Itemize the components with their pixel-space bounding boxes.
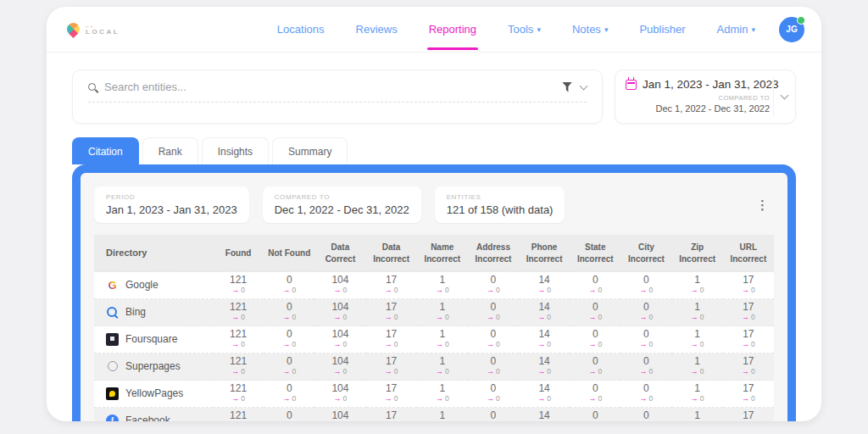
metric-value: 104 bbox=[316, 275, 364, 287]
table-row[interactable]: GGoogle121→00→0104→017→01→00→014→00→00→0… bbox=[94, 272, 774, 299]
trend-arrow-icon: → bbox=[640, 394, 648, 403]
filter-funnel-icon[interactable] bbox=[562, 82, 572, 92]
search-input[interactable] bbox=[104, 81, 554, 93]
tab-citation[interactable]: Citation bbox=[72, 137, 139, 164]
column-header-city-incorrect[interactable]: City Incorrect bbox=[620, 235, 671, 272]
trend-arrow-icon: → bbox=[231, 340, 239, 348]
yellowpages-icon bbox=[106, 387, 119, 400]
tab-rank[interactable]: Rank bbox=[142, 137, 198, 164]
delta-value: 0 bbox=[751, 286, 755, 294]
nav-item-admin[interactable]: Admin▾ bbox=[717, 23, 755, 36]
nav-item-label: Publisher bbox=[639, 23, 685, 36]
metric-cell: 104→0 bbox=[314, 299, 365, 326]
metric-value: 0 bbox=[622, 275, 670, 287]
trend-arrow-icon: → bbox=[385, 340, 392, 348]
metric-cell: 1→0 bbox=[672, 272, 723, 299]
column-header-zip-incorrect[interactable]: Zip Incorrect bbox=[672, 235, 723, 272]
trend-arrow-icon: → bbox=[691, 313, 698, 321]
table-row[interactable]: Superpages121→00→0104→017→01→00→014→00→0… bbox=[94, 353, 774, 381]
metric-value: 14 bbox=[520, 275, 568, 287]
delta-value: 0 bbox=[598, 394, 602, 403]
trend-arrow-icon: → bbox=[487, 286, 494, 294]
table-row[interactable]: Foursquare121→00→0104→017→01→00→014→00→0… bbox=[94, 326, 774, 353]
trend-arrow-icon: → bbox=[334, 394, 342, 403]
metric-value: 121 bbox=[214, 410, 262, 421]
metric-delta: →0 bbox=[725, 341, 772, 349]
metric-value: 1 bbox=[419, 356, 466, 368]
column-header-phone-incorrect[interactable]: Phone Incorrect bbox=[519, 235, 570, 272]
metric-value: 1 bbox=[419, 329, 466, 341]
trend-arrow-icon: → bbox=[436, 340, 443, 348]
table-row[interactable]: fFacebook121→00→0104→017→01→00→014→00→00… bbox=[94, 408, 774, 422]
column-header-data-incorrect[interactable]: Data Incorrect bbox=[366, 235, 417, 272]
metric-value: 0 bbox=[571, 410, 619, 421]
metric-delta: →0 bbox=[419, 314, 466, 322]
calendar-icon bbox=[626, 80, 637, 90]
column-header-not-found[interactable]: Not Found bbox=[264, 235, 314, 272]
metric-value: 1 bbox=[674, 302, 721, 314]
citation-table: DirectoryFoundNot FoundData CorrectData … bbox=[94, 235, 774, 421]
nav-item-reviews[interactable]: Reviews bbox=[356, 23, 398, 36]
column-header-data-correct[interactable]: Data Correct bbox=[314, 235, 365, 272]
metric-value: 17 bbox=[725, 356, 772, 368]
tab-summary[interactable]: Summary bbox=[272, 137, 348, 164]
column-header-name-incorrect[interactable]: Name Incorrect bbox=[417, 235, 468, 272]
delta-value: 0 bbox=[445, 313, 449, 321]
chevron-down-icon[interactable] bbox=[580, 81, 588, 90]
delta-value: 0 bbox=[241, 367, 245, 376]
column-header-url-incorrect[interactable]: URL Incorrect bbox=[723, 235, 774, 272]
metric-value: 17 bbox=[368, 410, 415, 421]
trend-arrow-icon: → bbox=[537, 313, 545, 321]
nav-item-reporting[interactable]: Reporting bbox=[429, 23, 476, 36]
metric-cell: 1→0 bbox=[417, 381, 468, 408]
metric-value: 14 bbox=[520, 302, 568, 314]
column-header-state-incorrect[interactable]: State Incorrect bbox=[570, 235, 620, 272]
citation-report-panel: PERIODJan 1, 2023 - Jan 31, 2023COMPARED… bbox=[72, 164, 796, 421]
metric-cell: 0→0 bbox=[264, 408, 314, 422]
nav-item-notes[interactable]: Notes▾ bbox=[572, 23, 609, 36]
trend-arrow-icon: → bbox=[742, 394, 749, 403]
metric-delta: →0 bbox=[674, 314, 721, 322]
nav-item-publisher[interactable]: Publisher bbox=[639, 23, 685, 36]
table-row[interactable]: Bing121→00→0104→017→01→00→014→00→00→01→0… bbox=[94, 299, 774, 326]
metric-value: 0 bbox=[622, 410, 670, 421]
metric-value: 0 bbox=[470, 275, 517, 287]
delta-value: 0 bbox=[700, 394, 704, 403]
directory-cell: YellowPages bbox=[94, 381, 213, 408]
date-range-primary: Jan 1, 2023 - Jan 31, 2023 bbox=[643, 78, 779, 91]
trend-arrow-icon: → bbox=[487, 367, 494, 376]
date-range-expander[interactable] bbox=[773, 77, 795, 116]
column-header-directory[interactable]: Directory bbox=[94, 235, 213, 272]
nav-item-tools[interactable]: Tools▾ bbox=[508, 23, 541, 36]
metric-delta: →0 bbox=[470, 287, 517, 295]
metric-delta: →0 bbox=[674, 287, 721, 295]
metric-cell: 17→0 bbox=[723, 381, 774, 408]
directory-name: Facebook bbox=[125, 415, 170, 421]
foursquare-icon bbox=[106, 333, 119, 346]
metric-delta: →0 bbox=[419, 395, 466, 403]
metric-delta: →0 bbox=[622, 395, 670, 403]
metric-value: 104 bbox=[316, 383, 364, 395]
column-header-found[interactable]: Found bbox=[213, 235, 264, 272]
table-body: GGoogle121→00→0104→017→01→00→014→00→00→0… bbox=[94, 272, 774, 422]
nav-item-locations[interactable]: Locations bbox=[277, 23, 325, 36]
trend-arrow-icon: → bbox=[436, 394, 443, 403]
metric-delta: →0 bbox=[265, 368, 313, 376]
user-avatar[interactable]: JG bbox=[779, 17, 804, 42]
table-row[interactable]: YellowPages121→00→0104→017→01→00→014→00→… bbox=[94, 381, 774, 408]
date-range-picker[interactable]: Jan 1, 2023 - Jan 31, 2023 COMPARED TO D… bbox=[615, 70, 796, 124]
column-header-address-incorrect[interactable]: Address Incorrect bbox=[468, 235, 519, 272]
delta-value: 0 bbox=[598, 313, 602, 321]
nav-item-label: Reviews bbox=[356, 23, 398, 36]
kebab-menu-icon[interactable]: ⋮ bbox=[751, 198, 774, 211]
delta-value: 0 bbox=[445, 340, 449, 348]
delta-value: 0 bbox=[547, 394, 551, 403]
metric-cell: 0→0 bbox=[468, 299, 519, 326]
tab-insights[interactable]: Insights bbox=[202, 137, 269, 164]
delta-value: 0 bbox=[343, 394, 348, 403]
brand-logo[interactable]: ~ ~ LOCAL bbox=[67, 23, 120, 36]
delta-value: 0 bbox=[445, 367, 449, 376]
metric-value: 14 bbox=[520, 329, 568, 341]
nav-item-label: Locations bbox=[277, 23, 325, 36]
trend-arrow-icon: → bbox=[537, 340, 545, 348]
